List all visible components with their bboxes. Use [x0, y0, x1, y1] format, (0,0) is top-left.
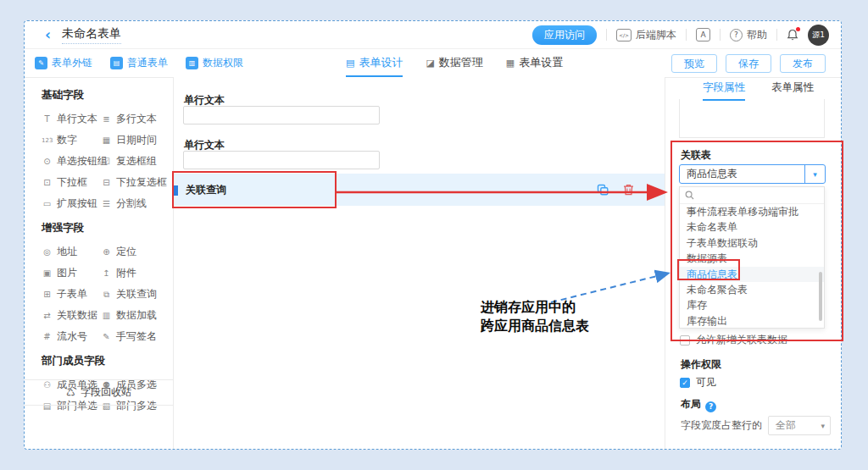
divider [686, 29, 687, 41]
dropdown-option[interactable]: 库存输出 [680, 313, 824, 329]
layout-title-text: 布局 [681, 398, 701, 410]
toolbar-buttons: 预览 保存 发布 [671, 54, 826, 73]
delete-field-icon[interactable] [619, 180, 637, 199]
sidebar-item-address[interactable]: ◎地址 [42, 245, 101, 259]
sidebar-item-image[interactable]: ▣图片 [42, 266, 101, 280]
basic-fields-grid: T单行文本 ≣多行文本 123数字 ▦日期时间 ⊙单选按钮组 ☑复选框组 ⊡下拉… [42, 112, 166, 211]
copy-field-icon[interactable] [593, 180, 612, 199]
sidebar-item-checkbox-group[interactable]: ☑复选框组 [101, 154, 167, 169]
dropdown-option-selected[interactable]: 商品信息表 [680, 267, 824, 282]
visible-checkbox[interactable]: ✓ [680, 378, 690, 388]
tab-form-properties[interactable]: 表单属性 [771, 80, 814, 101]
layout-help-icon[interactable]: ? [705, 401, 716, 412]
normal-form-button[interactable]: ▤ 普通表单 [110, 56, 168, 70]
table-search-input[interactable] [698, 190, 811, 202]
dropdown-option[interactable]: 子表单数据联动 [680, 235, 824, 251]
normal-form-icon: ▤ [110, 57, 123, 69]
sidebar-item-extend-button[interactable]: ▭扩展按钮 [42, 196, 101, 211]
sidebar-item-dropdown-multi[interactable]: ⊟下拉复选框 [101, 175, 167, 190]
tab-form-settings[interactable]: ▦ 表单设置 [506, 48, 563, 77]
form-title[interactable]: 未命名表单 [62, 26, 121, 44]
notification-bell-icon[interactable] [787, 29, 798, 41]
selected-field-lookup-query[interactable]: 关联查询 [174, 174, 665, 206]
field-width-label: 字段宽度占整行的 [681, 418, 762, 433]
header-actions: 应用访问 </> 后端脚本 A ? 帮助 源1 [532, 25, 841, 46]
help-label: 帮助 [747, 28, 767, 42]
annotation-line1: 进销存应用中的 [481, 298, 589, 317]
field-description-box[interactable] [679, 99, 825, 138]
backend-script-label: 后端脚本 [636, 28, 676, 42]
dropdown-option[interactable]: 库存 [680, 297, 824, 312]
dropdown-option[interactable]: 事件流程表单移动端审批 [680, 204, 824, 219]
checkbox-group-icon: ☑ [101, 157, 112, 166]
subform-icon: ⊞ [42, 290, 53, 299]
item-label: 图片 [57, 266, 77, 280]
dropdown-scrollbar[interactable] [819, 272, 822, 321]
sidebar-item-number[interactable]: 123数字 [42, 133, 101, 147]
sidebar-item-lookup-query[interactable]: ⧉关联查询 [101, 287, 166, 301]
visible-label: 可见 [696, 375, 716, 390]
sidebar-item-divider[interactable]: ☰分割线 [101, 196, 167, 211]
font-a-icon[interactable]: A [696, 28, 710, 41]
publish-button[interactable]: 发布 [780, 54, 826, 73]
allow-add-checkbox-row[interactable]: 允许新增关联表数据 [680, 333, 787, 347]
item-label: 数字 [57, 133, 77, 147]
sidebar-item-dropdown[interactable]: ⊡下拉框 [42, 175, 101, 190]
center-tabs: ▤ 表单设计 ◪ 数据管理 ▦ 表单设置 [346, 48, 563, 77]
sidebar-item-linked-data[interactable]: ⇄关联数据 [42, 308, 101, 323]
data-load-icon: ▥ [101, 311, 112, 320]
sidebar-item-radio-group[interactable]: ⊙单选按钮组 [42, 154, 101, 169]
visible-checkbox-row[interactable]: ✓ 可见 [680, 375, 716, 390]
panel-tabs: 字段属性 表单属性 [665, 77, 841, 101]
sidebar-item-datetime[interactable]: ▦日期时间 [101, 133, 167, 147]
backend-script-button[interactable]: </> 后端脚本 [616, 28, 676, 42]
item-label: 单行文本 [57, 112, 97, 126]
avatar[interactable]: 源1 [808, 25, 829, 46]
tab-data-manage[interactable]: ◪ 数据管理 [426, 48, 482, 77]
enhanced-fields-grid: ◎地址 ⊕定位 ▣图片 ↥附件 ⊞子表单 ⧉关联查询 ⇄关联数据 ▥数据加载 #… [42, 245, 166, 344]
toolbar-left: ✎ 表单外链 ▤ 普通表单 ▥ 数据权限 [35, 48, 243, 77]
save-button[interactable]: 保存 [726, 54, 771, 73]
allow-add-checkbox[interactable] [680, 335, 690, 346]
tab-field-properties[interactable]: 字段属性 [703, 80, 745, 101]
tab-form-design[interactable]: ▤ 表单设计 [346, 48, 403, 77]
dropdown-icon: ⊡ [42, 178, 53, 187]
sidebar-item-subform[interactable]: ⊞子表单 [42, 287, 101, 301]
data-permission-button[interactable]: ▥ 数据权限 [186, 56, 243, 70]
sidebar-item-signature[interactable]: ✎手写签名 [101, 329, 166, 344]
field-width-select[interactable]: 全部 ▾ [768, 416, 831, 435]
sidebar-item-serial-number[interactable]: #流水号 [42, 329, 101, 344]
annotation-line2: 跨应用商品信息表 [481, 317, 589, 335]
related-table-select[interactable]: 商品信息表 ▾ [679, 164, 826, 184]
sidebar-item-single-line-text[interactable]: T单行文本 [42, 112, 101, 126]
page: ‹ 未命名表单 应用访问 </> 后端脚本 A ? 帮助 [0, 0, 868, 470]
single-line-text-input-2[interactable] [183, 151, 380, 169]
field-recycle-bin[interactable]: ♺ 字段回收站 [25, 379, 173, 406]
related-table-value: 商品信息表 [680, 167, 804, 181]
form-external-link-button[interactable]: ✎ 表单外链 [35, 56, 92, 70]
dropdown-search[interactable] [680, 187, 824, 204]
single-line-text-input-1[interactable] [183, 106, 380, 124]
item-label: 关联查询 [116, 287, 157, 301]
item-label: 流水号 [57, 329, 87, 344]
attachment-icon: ↥ [101, 268, 112, 278]
app-access-button[interactable]: 应用访问 [532, 25, 597, 45]
help-button[interactable]: ? 帮助 [730, 28, 767, 42]
single-line-text-icon: T [42, 114, 53, 124]
sidebar-item-attachment[interactable]: ↥附件 [101, 266, 166, 280]
dropdown-option[interactable]: 未命名聚合表 [680, 282, 824, 297]
form-canvas: 单行文本 单行文本 关联查询 [174, 77, 665, 449]
sidebar-item-data-load[interactable]: ▥数据加载 [101, 308, 166, 323]
layout-title: 布局? [681, 397, 716, 412]
preview-button[interactable]: 预览 [671, 54, 717, 73]
data-manage-icon: ◪ [426, 58, 434, 69]
sidebar-item-multi-line-text[interactable]: ≣多行文本 [101, 112, 167, 126]
app-window: ‹ 未命名表单 应用访问 </> 后端脚本 A ? 帮助 [24, 20, 842, 450]
sidebar-item-location[interactable]: ⊕定位 [101, 245, 166, 259]
dropdown-option[interactable]: 未命名表单 [680, 219, 824, 235]
dropdown-option[interactable]: 数据源表 [680, 251, 824, 266]
item-label: 复选框组 [116, 154, 157, 169]
item-label: 数据加载 [116, 308, 157, 323]
notification-dot [796, 27, 800, 31]
back-button[interactable]: ‹ [45, 28, 51, 42]
